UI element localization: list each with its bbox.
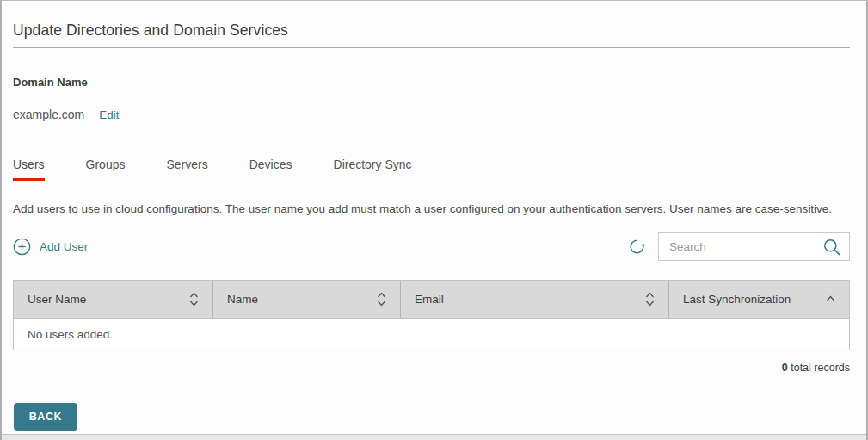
sort-both-icon xyxy=(189,291,199,307)
column-label: Last Synchronization xyxy=(683,293,791,306)
empty-table-row: No users added. xyxy=(13,318,850,350)
search-input[interactable] xyxy=(669,240,822,253)
column-label: Name xyxy=(227,293,258,306)
search-icon[interactable] xyxy=(822,238,841,257)
sort-both-icon xyxy=(645,291,655,307)
users-table: User Name Name Email xyxy=(13,280,850,350)
records-label: total records xyxy=(791,362,850,374)
tab-description: Add users to use in cloud configurations… xyxy=(13,202,850,215)
search-box xyxy=(658,232,850,261)
domain-name-label: Domain Name xyxy=(13,76,850,89)
tab-users[interactable]: Users xyxy=(13,158,45,181)
plus-circle-icon xyxy=(13,238,31,256)
domain-row: example.com Edit xyxy=(13,108,850,121)
tab-groups[interactable]: Groups xyxy=(86,158,126,181)
main-content: Update Directories and Domain Services D… xyxy=(2,1,866,431)
records-summary: 0 total records xyxy=(13,362,850,374)
tab-devices[interactable]: Devices xyxy=(249,158,292,181)
column-header-user-name[interactable]: User Name xyxy=(14,281,213,318)
toolbar: Add User xyxy=(13,232,850,261)
column-label: Email xyxy=(415,293,444,306)
column-header-email[interactable]: Email xyxy=(401,281,669,318)
table-header-row: User Name Name Email xyxy=(13,280,850,318)
column-header-name[interactable]: Name xyxy=(213,281,401,318)
domain-name-value: example.com xyxy=(13,108,84,121)
records-count: 0 xyxy=(782,362,788,374)
back-button[interactable]: BACK xyxy=(14,403,77,431)
add-user-label: Add User xyxy=(40,240,88,253)
toolbar-right xyxy=(626,232,850,261)
column-header-last-synchronization[interactable]: Last Synchronization xyxy=(669,281,849,318)
refresh-button[interactable] xyxy=(626,237,647,257)
page-title: Update Directories and Domain Services xyxy=(13,22,850,40)
column-label: User Name xyxy=(28,293,86,306)
page-title-wrap: Update Directories and Domain Services xyxy=(13,22,850,48)
sort-asc-icon xyxy=(826,291,835,307)
sort-both-icon xyxy=(377,291,386,307)
tab-servers[interactable]: Servers xyxy=(166,158,207,181)
empty-message: No users added. xyxy=(28,328,113,341)
tab-directory-sync[interactable]: Directory Sync xyxy=(334,158,412,181)
edit-domain-link[interactable]: Edit xyxy=(99,108,119,121)
tab-bar: Users Groups Servers Devices Directory S… xyxy=(13,158,850,181)
add-user-button[interactable]: Add User xyxy=(13,238,88,256)
bottom-scroll-strip xyxy=(0,434,868,440)
